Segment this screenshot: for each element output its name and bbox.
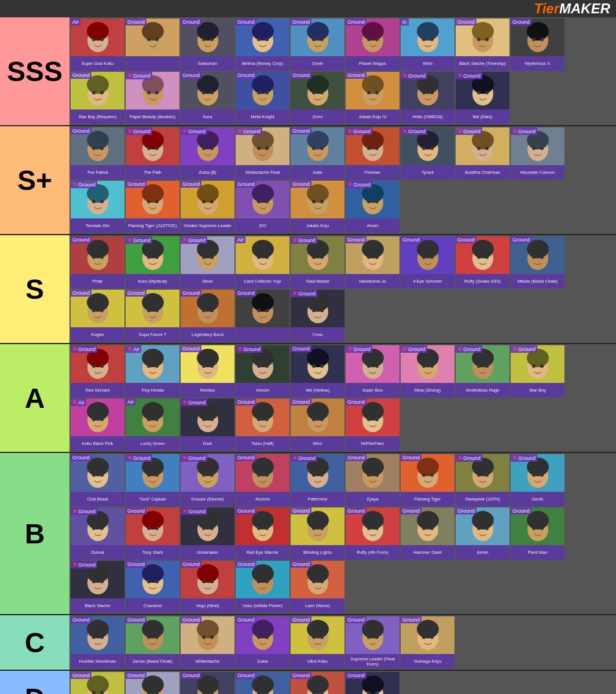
char-card[interactable]: InWish	[401, 19, 454, 71]
char-card[interactable]: ✕AirTroy Honda	[126, 345, 179, 397]
char-card[interactable]: GroundMysterious X	[511, 19, 564, 71]
char-card[interactable]: ✕GroundCrow	[291, 290, 344, 342]
char-card[interactable]: GroundGate	[291, 127, 344, 180]
char-card[interactable]: ✕GroundTornado Girl	[71, 181, 124, 233]
char-card[interactable]: ✕GroundBlack Stache	[71, 561, 124, 613]
char-card[interactable]: AirLucky Green	[126, 399, 179, 451]
char-card[interactable]: GroundNezichi	[236, 454, 289, 506]
char-card[interactable]: GroundMino	[291, 399, 344, 451]
char-card[interactable]: GroundBlack Stache (Timeskip)	[456, 19, 509, 71]
char-card[interactable]: GroundVegu (Mind)	[181, 561, 234, 613]
char-card[interactable]: GroundPlant Man	[511, 507, 564, 560]
char-card[interactable]: GroundZukia	[236, 616, 289, 669]
char-card[interactable]: GroundMikato	[236, 672, 289, 694]
char-card[interactable]: ✕GroundHirito (OMEGA)	[401, 72, 454, 124]
char-badge: Ground	[126, 181, 146, 188]
char-card[interactable]: ✕GroundDark	[181, 399, 234, 451]
char-card[interactable]: ✕GroundWrathdloas Rage	[456, 345, 509, 397]
char-card[interactable]: GroundStar Boy (Requiem)	[71, 72, 124, 124]
char-card[interactable]: ✕GroundRed Servant	[71, 345, 124, 397]
char-card[interactable]: ✕GroundToad Master	[291, 236, 344, 288]
char-card[interactable]: ✕GroundKoro (Mystical)	[126, 236, 179, 288]
char-card[interactable]: Ground	[236, 290, 289, 342]
char-card[interactable]: GroundRuffy (4th Form)	[346, 507, 399, 560]
char-card[interactable]: GroundCrazwind	[126, 561, 179, 613]
char-card[interactable]: GroundHirito	[346, 672, 399, 694]
char-card[interactable]: ✕GroundThe Path	[126, 127, 179, 180]
char-card[interactable]: GroundMikato (Beast Cloak)	[511, 236, 564, 288]
char-card[interactable]: ✕GroundStampede (100%)	[456, 454, 509, 506]
char-card[interactable]: GroundHumble Swordman	[71, 616, 124, 669]
char-card[interactable]: GroundLami (Wuno)	[291, 561, 344, 613]
char-card[interactable]: GroundRenitsu	[181, 345, 234, 397]
char-card[interactable]: GroundFlower Magus	[346, 19, 399, 71]
char-card[interactable]: ✕GroundSilver	[181, 236, 234, 288]
char-card[interactable]: GroundIkki (Hollow)	[291, 345, 344, 397]
char-card[interactable]: GroundHammer Giant	[401, 507, 454, 560]
char-card[interactable]: ✕GroundZukia (B)	[181, 127, 234, 180]
char-card[interactable]: ✕GroundKosuke (Eternal)	[181, 454, 234, 506]
char-card[interactable]: GroundHandsome-Jo	[346, 236, 399, 288]
char-card[interactable]: ✕AirKoku Black Pink	[71, 399, 124, 451]
char-card[interactable]: GroundZIO	[236, 181, 289, 233]
char-card[interactable]: GroundMeta-Knight	[236, 72, 289, 124]
svg-point-33	[422, 38, 426, 41]
char-card[interactable]: GroundRuffy (Snake SSS)	[456, 236, 509, 288]
char-card[interactable]: ✕GroundPatternine	[291, 454, 344, 506]
char-card[interactable]: GroundVoku (Infinite Power)	[236, 561, 289, 613]
svg-point-19	[265, 38, 269, 41]
char-card[interactable]: ✕Ground"God" Captain	[126, 454, 179, 506]
char-card[interactable]: ✕GroundFireman	[346, 127, 399, 180]
char-card[interactable]: Ground4 Eye Sorcerer	[401, 236, 454, 288]
char-card[interactable]: GroundJokato Koju IV	[346, 72, 399, 124]
char-card[interactable]: ✕GroundVenom	[236, 345, 289, 397]
char-card[interactable]: ✕GroundBuddha Chairman	[456, 127, 509, 180]
char-card[interactable]: ✕GroundUndertaker	[181, 507, 234, 560]
char-card[interactable]: GroundOrwin	[291, 19, 344, 71]
char-card[interactable]: GroundMrFlimFlam	[346, 399, 399, 451]
char-card[interactable]: ✕GroundMountain Cannon	[511, 127, 564, 180]
char-card[interactable]: AirSuper God Koku	[71, 19, 124, 71]
char-card[interactable]: GroundTatsu (Half)	[236, 399, 289, 451]
char-card[interactable]: ✕GroundAmen	[346, 181, 399, 233]
char-card[interactable]: GroundGolden Supreme-Leader	[181, 181, 234, 233]
char-card[interactable]: GroundKogan	[71, 290, 124, 342]
char-card[interactable]: GroundRed Eye Warrior	[236, 507, 289, 560]
char-card[interactable]: ✕GroundIkki (Dark)	[456, 72, 509, 124]
char-card[interactable]: GroundJokato Koju	[291, 181, 344, 233]
char-card[interactable]: ✕GroundWhitestache Final	[236, 127, 289, 180]
char-card[interactable]: ✕GroundMina (Strong)	[401, 345, 454, 397]
char-card[interactable]: ✕GroundGenie	[511, 454, 564, 506]
char-card[interactable]: GroundPride	[71, 236, 124, 288]
char-card[interactable]: GroundUltra Koku	[291, 616, 344, 669]
char-card[interactable]: GroundWhitestache	[181, 616, 234, 669]
char-card[interactable]: GroundSupa Future T	[126, 290, 179, 342]
char-card[interactable]: ✕GroundSuper Boo	[346, 345, 399, 397]
char-card[interactable]: GroundZazashi (Ultimate)	[291, 672, 344, 694]
char-card[interactable]: Ground	[126, 19, 179, 71]
char-card[interactable]: GroundFlaming Tiger	[401, 454, 454, 506]
char-card[interactable]: ✕GroundDuhrai	[71, 507, 124, 560]
char-card[interactable]: AirCard Collector Yujo	[236, 236, 289, 288]
char-card[interactable]: GroundBellma (Money Corp)	[236, 19, 289, 71]
char-card[interactable]: GroundZyaya	[346, 454, 399, 506]
char-card[interactable]: GroundAll Powerful	[71, 672, 124, 694]
char-card[interactable]: GroundYoshaga Kiryu	[401, 616, 454, 669]
char-card[interactable]: ✕GroundStar Boy	[511, 345, 564, 397]
char-card[interactable]: GroundZaruto (Beast Cloak)	[126, 616, 179, 669]
char-card[interactable]: GroundFlaming Tiger (JUSTICE)	[126, 181, 179, 233]
char-card[interactable]: GroundSupreme Leader (Final Form)	[346, 616, 399, 669]
char-card[interactable]: GroundLegendary Borul	[181, 290, 234, 342]
char-card[interactable]: GroundThe Patriot	[71, 127, 124, 180]
char-card[interactable]: GroundKura	[181, 72, 234, 124]
char-card[interactable]: GroundBlinding Lights	[291, 507, 344, 560]
char-card[interactable]: GroundTony Stark	[126, 507, 179, 560]
char-card[interactable]: GroundZorro	[291, 72, 344, 124]
char-card[interactable]: ✕GroundTyrant	[401, 127, 454, 180]
char-card[interactable]: GroundKiller (Lightspeed)	[126, 672, 179, 694]
char-card[interactable]: ✕GroundPaper Beauty (Awaken)	[126, 72, 179, 124]
char-card[interactable]: GroundClub Beast	[71, 454, 124, 506]
char-card[interactable]: GroundSalesman	[181, 19, 234, 71]
char-card[interactable]: GroundPang	[181, 672, 234, 694]
char-card[interactable]: GroundAirren	[456, 507, 509, 560]
